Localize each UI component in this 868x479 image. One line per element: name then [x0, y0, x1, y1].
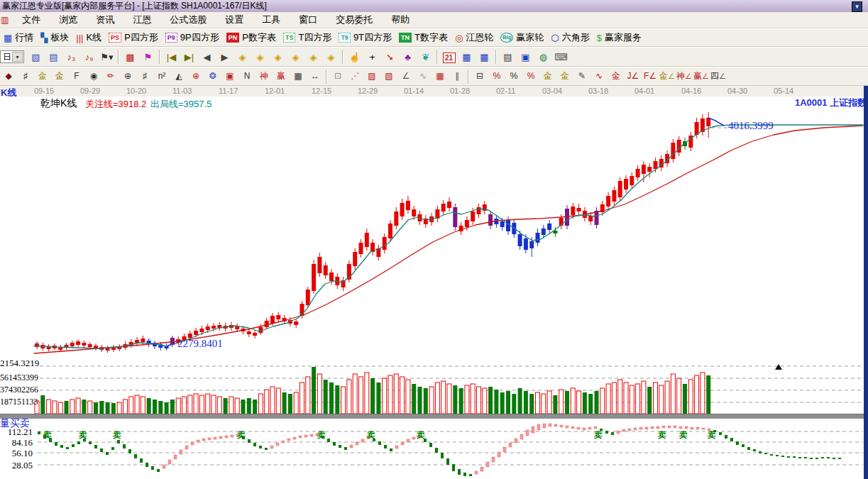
box-select-icon[interactable]: ⊡	[329, 67, 346, 85]
gold-circle-icon[interactable]: 金	[539, 67, 556, 85]
toolbar-button-六角形[interactable]: ⬡六角形	[551, 31, 589, 44]
angle-fan-icon[interactable]: ∠	[397, 67, 414, 85]
f-angle-icon[interactable]: F∠	[642, 67, 659, 85]
toolbar-button-T四方形[interactable]: TST四方形	[283, 31, 331, 44]
pencil-icon[interactable]: ✏	[102, 67, 119, 85]
toolbar-button-P数字表[interactable]: PNP数字表	[226, 31, 276, 44]
report-icon[interactable]: ▤	[45, 48, 62, 66]
gold-angle-icon[interactable]: 金∠	[659, 67, 676, 85]
menu-item-8[interactable]: 交易委托	[326, 13, 382, 26]
measure-icon[interactable]: ➘	[381, 48, 399, 66]
computer-icon[interactable]: ⌨	[552, 48, 570, 66]
prev-page-icon[interactable]: ◀	[198, 48, 216, 66]
gann-diamond-star-icon[interactable]: ◈	[304, 48, 322, 66]
crosshair-icon[interactable]: +	[363, 48, 381, 66]
toolbar-button-赢家服务[interactable]: $赢家服务	[597, 31, 642, 44]
calculator-icon[interactable]: ▦	[458, 48, 476, 66]
n-quote-icon[interactable]: Ν	[238, 67, 256, 85]
shen-angle-icon[interactable]: 神∠	[676, 67, 693, 85]
calendar-icon[interactable]: 21	[440, 48, 458, 66]
red-grid-icon[interactable]: ▦	[432, 67, 449, 85]
menu-item-5[interactable]: 设置	[216, 13, 253, 26]
colored-flag-icon[interactable]: ⚑	[139, 48, 157, 66]
j-angle-icon[interactable]: J∠	[625, 67, 642, 85]
menu-item-4[interactable]: 公式选股	[160, 13, 216, 26]
toolbar-button-T数字表[interactable]: TNT数字表	[399, 31, 448, 44]
si-angle-icon[interactable]: 四∠	[710, 67, 727, 85]
toolbar-button-板块[interactable]: ▚板块	[40, 31, 69, 44]
t-table-icon: TN	[399, 33, 412, 43]
box-rays-icon[interactable]: ▧	[380, 67, 397, 85]
gann-diamond-left-icon[interactable]: ◈	[234, 48, 251, 66]
menu-item-7[interactable]: 窗口	[290, 13, 326, 26]
menu-item-1[interactable]: 浏览	[50, 13, 87, 26]
box-x-icon[interactable]: ▣	[221, 67, 238, 85]
percent-icon[interactable]: %	[505, 67, 522, 85]
box-fan-icon[interactable]: ▨	[363, 67, 380, 85]
parallel-lines-icon[interactable]: ∥	[449, 67, 466, 85]
date-label-11-17: 11-17	[219, 87, 238, 95]
f-scale-icon[interactable]: F	[68, 67, 85, 85]
next-page-icon[interactable]: ▶	[216, 48, 234, 66]
notepad-icon[interactable]: ▤	[499, 48, 517, 66]
width-arrows-icon[interactable]: ↔	[307, 67, 324, 85]
menu-item-3[interactable]: 江恩	[123, 13, 160, 26]
circle-cross-icon[interactable]: ⊕	[187, 67, 204, 85]
ying-tool-icon[interactable]: 赢	[273, 67, 290, 85]
gold-scale2-icon[interactable]: 金	[51, 67, 68, 85]
toolbar-button-赢家轮[interactable]: Big赢家轮	[500, 31, 544, 44]
shen-tool-icon[interactable]: 神	[256, 67, 273, 85]
toolbar-button-K线[interactable]: |||K线	[76, 31, 101, 44]
scale-icon[interactable]: ♯	[17, 67, 34, 85]
menu-item-0[interactable]: 文件	[13, 13, 50, 26]
circle-scale-icon[interactable]: ⊕	[119, 67, 136, 85]
fan-lines-icon[interactable]: ⋰	[346, 67, 363, 85]
menu-item-9[interactable]: 帮助	[382, 13, 419, 26]
leaf-tool-icon[interactable]: ❦	[417, 48, 434, 66]
pen-icon[interactable]: ✎	[573, 67, 590, 85]
pattern-icon[interactable]: ▩	[121, 48, 139, 66]
bars-3-icon[interactable]: ♪₃	[62, 48, 80, 66]
ying-angle-icon[interactable]: 赢∠	[693, 67, 710, 85]
toolbar-button-label: 六角形	[562, 31, 590, 44]
gann-diamond-right-icon[interactable]: ◈	[251, 48, 269, 66]
first-page-icon[interactable]: |◀	[163, 48, 180, 66]
menu-item-2[interactable]: 资讯	[87, 13, 123, 26]
star-circle-icon[interactable]: ❂	[204, 67, 221, 85]
red-wave-icon[interactable]: ∿	[590, 67, 608, 85]
gann-diamond-grid-icon[interactable]: ◈	[322, 48, 340, 66]
flag-menu-icon[interactable]: ⚑▾	[98, 48, 116, 66]
toolbar-button-行情[interactable]: ▦行情	[4, 31, 33, 44]
period-selector[interactable]: 日▾	[0, 50, 24, 63]
panel-splitter[interactable]	[0, 414, 864, 419]
wave-icon[interactable]: ∿	[414, 67, 432, 85]
spiral-icon[interactable]: ◉	[85, 67, 102, 85]
hbars-icon[interactable]: ⊟	[471, 67, 488, 85]
pattern-zoom-icon[interactable]: ▧	[27, 48, 45, 66]
percent-red-icon[interactable]: %	[488, 67, 505, 85]
gann-diamond-updown-icon[interactable]: ◈	[269, 48, 287, 66]
window-menu-icon[interactable]: ▾	[852, 1, 862, 12]
abacus-icon[interactable]: ▦	[290, 67, 307, 85]
toolbar-button-江恩轮[interactable]: ◎江恩轮	[455, 31, 493, 44]
gold-red-line-icon[interactable]: 金	[608, 67, 625, 85]
n2-tool-icon[interactable]: n²	[153, 67, 170, 85]
bars-9-icon[interactable]: ♪₉	[80, 48, 98, 66]
toolbar-button-9P四方形[interactable]: P99P四方形	[165, 31, 219, 44]
hand-tool-icon[interactable]: ☝	[346, 48, 363, 66]
arrow-gem-icon[interactable]: ◆	[0, 67, 17, 85]
last-page-icon[interactable]: ▶|	[180, 48, 198, 66]
ruler-icon[interactable]: ♯	[136, 67, 153, 85]
menu-item-6[interactable]: 工具	[253, 13, 290, 26]
gold-line-icon[interactable]: 金	[556, 67, 573, 85]
toolbar-button-9T四方形[interactable]: T99T四方形	[339, 31, 392, 44]
toolbar-button-P四方形[interactable]: PSP四方形	[109, 31, 158, 44]
clover-tool-icon[interactable]: ♣	[399, 48, 417, 66]
web-export-icon[interactable]: ◍	[534, 48, 552, 66]
data-table-icon[interactable]: ▦	[476, 48, 493, 66]
gann-diamond-cross-icon[interactable]: ◈	[287, 48, 304, 66]
gold-scale-icon[interactable]: 金	[34, 67, 51, 85]
percent-line-icon[interactable]: %	[522, 67, 539, 85]
save-icon[interactable]: ▣	[517, 48, 534, 66]
angle-ruler-icon[interactable]: ◭	[170, 67, 187, 85]
